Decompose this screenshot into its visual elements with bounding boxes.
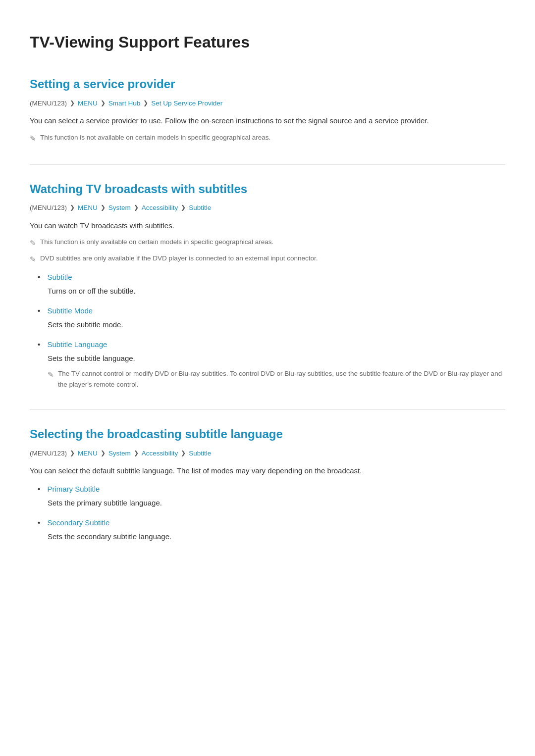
section-title-setting-service-provider: Setting a service provider [30, 75, 505, 94]
breadcrumb-item-menu[interactable]: MENU [78, 98, 98, 109]
breadcrumb-item-accessibility-1[interactable]: Accessibility [142, 202, 178, 213]
breadcrumb-selecting-subtitle-language: (MENU/123) ❯ MENU ❯ System ❯ Accessibili… [30, 448, 505, 459]
breadcrumb-item-smarthub[interactable]: Smart Hub [108, 98, 141, 109]
section-title-selecting-subtitle-language: Selecting the broadcasting subtitle lang… [30, 425, 505, 444]
breadcrumb-item-menu123: (MENU/123) [30, 98, 67, 109]
divider-1 [30, 164, 505, 165]
bullet-title-subtitle[interactable]: Subtitle [47, 273, 72, 281]
bullet-title-subtitle-mode[interactable]: Subtitle Mode [47, 306, 93, 315]
pencil-icon-3: ✎ [30, 253, 36, 265]
breadcrumb-separator-7: ❯ [181, 203, 186, 212]
breadcrumb-separator-3: ❯ [143, 99, 148, 108]
section-selecting-subtitle-language: Selecting the broadcasting subtitle lang… [30, 425, 505, 542]
bullet-desc-subtitle-language: Sets the subtitle language. [48, 353, 505, 364]
section-title-watching-tv-broadcasts: Watching TV broadcasts with subtitles [30, 180, 505, 199]
note-text-watching-tv-broadcasts-2: DVD subtitles are only available if the … [40, 253, 318, 264]
section-body-watching-tv-broadcasts: You can watch TV broadcasts with subtitl… [30, 219, 505, 232]
bullet-title-secondary-subtitle[interactable]: Secondary Subtitle [47, 518, 109, 527]
breadcrumb-item-menu-2[interactable]: MENU [78, 202, 98, 213]
breadcrumb-item-menu123-3: (MENU/123) [30, 448, 67, 459]
note-text-watching-tv-broadcasts-1: This function is only available on certa… [40, 237, 273, 248]
breadcrumb-item-system-1[interactable]: System [108, 202, 131, 213]
note-watching-tv-broadcasts-2: ✎ DVD subtitles are only available if th… [30, 253, 505, 265]
pencil-icon-4: ✎ [48, 369, 54, 381]
nested-note-subtitle-language: ✎ The TV cannot control or modify DVD or… [48, 368, 505, 390]
bullet-desc-primary-subtitle: Sets the primary subtitle language. [48, 497, 505, 509]
breadcrumb-item-menu123-2: (MENU/123) [30, 202, 67, 213]
breadcrumb-separator-8: ❯ [70, 449, 75, 458]
breadcrumb-separator-1: ❯ [70, 99, 75, 108]
breadcrumb-item-setup-service-provider[interactable]: Set Up Service Provider [151, 98, 222, 109]
breadcrumb-separator-5: ❯ [101, 203, 106, 212]
note-setting-service-provider-1: ✎ This function is not available on cert… [30, 132, 505, 145]
bullet-item-subtitle: Subtitle Turns on or off the subtitle. [38, 271, 505, 297]
bullet-list-watching-tv-broadcasts: Subtitle Turns on or off the subtitle. S… [38, 271, 505, 390]
pencil-icon-2: ✎ [30, 237, 36, 249]
note-text-setting-service-provider-1: This function is not available on certai… [40, 132, 270, 143]
section-setting-service-provider: Setting a service provider (MENU/123) ❯ … [30, 75, 505, 144]
section-body-setting-service-provider: You can select a service provider to use… [30, 114, 505, 127]
breadcrumb-separator-4: ❯ [70, 203, 75, 212]
breadcrumb-separator-6: ❯ [134, 203, 139, 212]
section-body-selecting-subtitle-language: You can select the default subtitle lang… [30, 464, 505, 477]
bullet-desc-secondary-subtitle: Sets the secondary subtitle language. [48, 531, 505, 543]
pencil-icon-1: ✎ [30, 133, 36, 145]
bullet-title-primary-subtitle[interactable]: Primary Subtitle [47, 485, 100, 493]
breadcrumb-watching-tv-broadcasts: (MENU/123) ❯ MENU ❯ System ❯ Accessibili… [30, 202, 505, 213]
bullet-item-secondary-subtitle: Secondary Subtitle Sets the secondary su… [38, 517, 505, 543]
breadcrumb-separator-2: ❯ [101, 99, 106, 108]
bullet-desc-subtitle-mode: Sets the subtitle mode. [48, 319, 505, 331]
note-watching-tv-broadcasts-1: ✎ This function is only available on cer… [30, 237, 505, 249]
section-watching-tv-broadcasts: Watching TV broadcasts with subtitles (M… [30, 180, 505, 390]
breadcrumb-item-menu-3[interactable]: MENU [78, 448, 98, 459]
bullet-item-subtitle-language: Subtitle Language Sets the subtitle lang… [38, 339, 505, 390]
breadcrumb-separator-10: ❯ [134, 449, 139, 458]
breadcrumb-separator-9: ❯ [101, 449, 106, 458]
bullet-item-subtitle-mode: Subtitle Mode Sets the subtitle mode. [38, 305, 505, 331]
bullet-list-selecting-subtitle-language: Primary Subtitle Sets the primary subtit… [38, 483, 505, 543]
breadcrumb-item-subtitle-2[interactable]: Subtitle [189, 448, 211, 459]
breadcrumb-item-subtitle-1[interactable]: Subtitle [189, 202, 211, 213]
nested-note-text-subtitle-language: The TV cannot control or modify DVD or B… [58, 368, 505, 390]
bullet-title-subtitle-language[interactable]: Subtitle Language [47, 340, 107, 349]
divider-2 [30, 409, 505, 410]
page-title: TV-Viewing Support Features [30, 20, 505, 55]
breadcrumb-item-accessibility-2[interactable]: Accessibility [142, 448, 178, 459]
breadcrumb-item-system-2[interactable]: System [108, 448, 131, 459]
breadcrumb-setting-service-provider: (MENU/123) ❯ MENU ❯ Smart Hub ❯ Set Up S… [30, 98, 505, 109]
content-area: Setting a service provider (MENU/123) ❯ … [30, 75, 505, 543]
bullet-desc-subtitle: Turns on or off the subtitle. [48, 285, 505, 297]
bullet-item-primary-subtitle: Primary Subtitle Sets the primary subtit… [38, 483, 505, 509]
breadcrumb-separator-11: ❯ [181, 449, 186, 458]
